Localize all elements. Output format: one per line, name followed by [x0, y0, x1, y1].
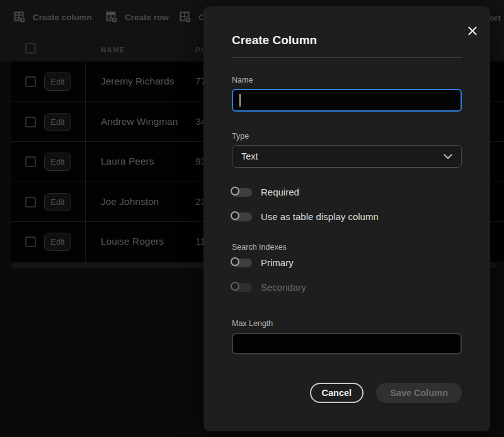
dialog-title: Create Column [232, 33, 462, 47]
edit-button[interactable]: Edit [44, 233, 71, 251]
max-length-input[interactable] [232, 333, 462, 354]
primary-switch-row: Primary [232, 257, 462, 268]
create-row-label: Create row [125, 13, 169, 22]
table-add-column-icon [14, 11, 26, 23]
screen: Create column Create row [0, 0, 504, 437]
column-header-name[interactable]: NAME [101, 46, 125, 54]
primary-toggle[interactable] [232, 259, 252, 267]
cell-name: Louise Rogers [101, 236, 164, 247]
row-checkbox[interactable] [25, 76, 36, 87]
name-field-label: Name [232, 76, 462, 85]
chevron-down-icon [444, 154, 452, 160]
edit-button[interactable]: Edit [44, 193, 71, 211]
create-row-button[interactable]: Create row [106, 11, 169, 23]
table-add-icon [180, 11, 192, 23]
required-label: Required [261, 187, 299, 197]
text-cursor [239, 94, 241, 107]
truncated-toolbar-button[interactable]: C [180, 11, 205, 23]
create-column-label: Create column [33, 13, 92, 22]
row-checkbox[interactable] [25, 236, 36, 247]
cell-name: Joe Johnston [101, 196, 159, 207]
cancel-button[interactable]: Cancel [310, 383, 364, 403]
required-toggle[interactable] [232, 188, 252, 197]
display-column-toggle[interactable] [232, 213, 252, 221]
secondary-toggle [232, 283, 252, 292]
secondary-label: Secondary [261, 282, 306, 293]
display-column-switch-row: Use as table display column [232, 211, 462, 222]
primary-label: Primary [261, 257, 294, 268]
row-checkbox[interactable] [25, 117, 36, 127]
table-add-row-icon [106, 11, 118, 23]
max-length-label: Max Length [232, 319, 462, 329]
select-all-checkbox[interactable] [25, 43, 36, 54]
create-column-dialog: Create Column Name Type Text Required U [203, 6, 490, 431]
type-select-value: Text [241, 151, 444, 161]
row-checkbox[interactable] [25, 197, 36, 207]
export-button-partial[interactable]: ort [490, 13, 501, 23]
toggle-knob [231, 187, 239, 195]
required-switch-row: Required [232, 187, 462, 197]
type-field-label: Type [232, 132, 462, 141]
row-checkbox[interactable] [25, 156, 36, 167]
toggle-knob [231, 211, 239, 220]
cell-name: Jeremy Richards [101, 76, 174, 87]
cell-name: Laura Peers [101, 156, 154, 167]
edit-button[interactable]: Edit [44, 153, 71, 171]
save-column-button[interactable]: Save Column [376, 383, 462, 403]
secondary-switch-row: Secondary [232, 282, 462, 293]
cell-name: Andrew Wingman [101, 116, 178, 127]
type-select[interactable]: Text [232, 145, 462, 168]
name-input[interactable] [232, 89, 462, 112]
dialog-buttons: Cancel Save Column [232, 383, 462, 403]
toggle-knob [231, 257, 239, 266]
column-divider [85, 62, 86, 262]
close-button[interactable] [466, 25, 479, 37]
close-icon [467, 26, 478, 36]
search-indexes-label: Search Indexes [232, 243, 462, 252]
display-column-label: Use as table display column [261, 211, 379, 222]
create-column-button[interactable]: Create column [14, 11, 92, 23]
toggle-knob [231, 282, 239, 291]
edit-button[interactable]: Edit [44, 73, 71, 91]
title-divider [232, 57, 462, 58]
edit-button[interactable]: Edit [44, 113, 71, 131]
